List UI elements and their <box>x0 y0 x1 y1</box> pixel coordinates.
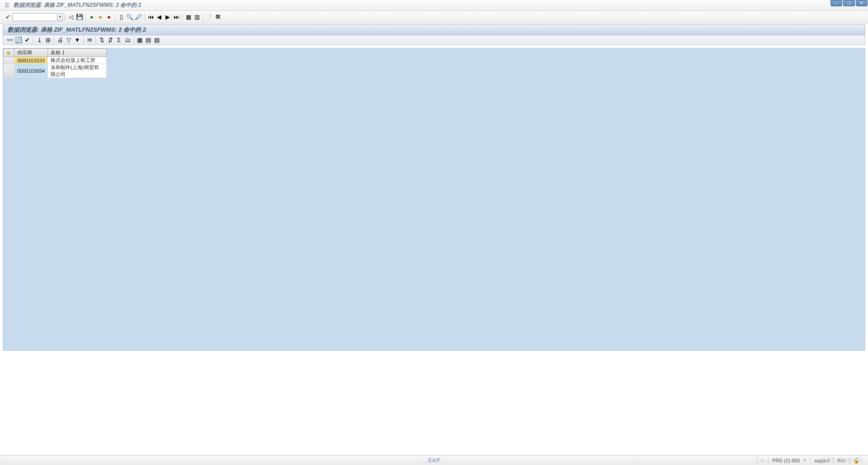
row-selector[interactable] <box>4 64 14 78</box>
filter-icon[interactable]: ▽ <box>65 36 73 44</box>
prev-page-icon[interactable]: ◀ <box>155 13 163 21</box>
status-system[interactable]: PRD (2) 800▼ <box>768 457 810 464</box>
data-table: 🗎 供应商 名称 1 0000101533 株式会社坂上铁工所 00001030… <box>3 48 107 78</box>
cell-supplier[interactable]: 0000101533 <box>14 57 48 64</box>
toolbar-separator <box>203 13 203 21</box>
enter-icon[interactable]: ✔ <box>4 13 12 21</box>
command-field-wrap: ▼ <box>12 13 63 21</box>
next-page-icon[interactable]: ▶ <box>164 13 172 21</box>
change-layout-icon[interactable]: ▤ <box>144 36 152 44</box>
total-icon[interactable]: Σ <box>115 36 123 44</box>
status-mode: INS <box>833 457 849 464</box>
export-icon[interactable]: ⤓ <box>35 36 43 44</box>
cancel-icon[interactable]: ● <box>105 13 113 21</box>
system-toolbar: ✔ ▼ ◁ 💾 ● ● ● ▯ 🔍 🔎 ⏮ ◀ ▶ ⏭ ▦ ▥ ❔ 🛠 <box>0 11 868 23</box>
status-system-text: PRD (2) 800 <box>772 458 800 463</box>
sap-logo: SAP <box>428 457 440 464</box>
cell-name1[interactable]: 东和制作(上海)商贸有限公司 <box>48 64 107 78</box>
new-session-icon[interactable]: ▦ <box>184 13 193 21</box>
select-all-cell[interactable]: 🗎 <box>4 49 14 57</box>
toolbar-separator <box>95 36 96 44</box>
window-title: 数据浏览器: 表格 ZIF_MATLFN2SFWMS: 2 命中的 2 <box>14 1 141 9</box>
table-row[interactable]: 0000103094 东和制作(上海)商贸有限公司 <box>4 64 107 78</box>
document-icon: 🗎 <box>6 50 11 56</box>
page-title: 数据浏览器: 表格 ZIF_MATLFN2SFWMS: 2 命中的 2 <box>8 26 146 34</box>
toolbar-separator <box>182 13 183 21</box>
command-field-dropdown[interactable]: ▼ <box>57 13 63 21</box>
print-list-icon[interactable]: 🖨 <box>56 36 64 44</box>
table-header-row: 🗎 供应商 名称 1 <box>4 49 107 57</box>
shortcut-icon[interactable]: ▥ <box>193 13 201 21</box>
find-next-icon[interactable]: 🔎 <box>134 13 142 21</box>
subtotal-icon[interactable]: 🗂 <box>123 36 132 44</box>
lock-icon: 🔒 <box>853 457 860 464</box>
last-page-icon[interactable]: ⏭ <box>172 13 180 21</box>
toolbar-separator <box>54 36 54 44</box>
toolbar-separator <box>133 36 134 44</box>
chevron-down-icon: ▼ <box>803 458 807 462</box>
close-button[interactable]: ✕ <box>856 0 868 6</box>
first-page-icon[interactable]: ⏮ <box>146 13 155 21</box>
table-row[interactable]: 0000101533 株式会社坂上铁工所 <box>4 57 107 64</box>
cell-supplier[interactable]: 0000103094 <box>14 64 48 78</box>
refresh-icon[interactable]: 🔄 <box>14 36 23 44</box>
command-field[interactable] <box>12 13 57 21</box>
status-expand[interactable]: ▷ <box>757 457 768 464</box>
window-titlebar: ☰ 数据浏览器: 表格 ZIF_MATLFN2SFWMS: 2 命中的 2 — … <box>0 0 868 11</box>
column-header-name1[interactable]: 名称 1 <box>48 49 107 57</box>
status-lock[interactable]: 🔒 <box>849 457 863 464</box>
find-icon[interactable]: 🔍 <box>126 13 134 21</box>
back-icon[interactable]: ◁ <box>67 13 75 21</box>
spreadsheet-icon[interactable]: ⊞ <box>44 36 52 44</box>
toolbar-separator <box>83 36 84 44</box>
help-icon[interactable]: ❔ <box>205 13 213 21</box>
maximize-button[interactable]: ▢ <box>843 0 855 6</box>
back-nav-icon[interactable]: ● <box>88 13 96 21</box>
save-icon[interactable]: 💾 <box>75 13 84 21</box>
glasses-icon[interactable]: 👓 <box>6 36 14 44</box>
toolbar-separator <box>115 13 115 21</box>
data-grid-area: 🗎 供应商 名称 1 0000101533 株式会社坂上铁工所 00001030… <box>3 48 865 351</box>
triangle-right-icon: ▷ <box>761 458 764 463</box>
sort-desc-icon[interactable]: ⇵ <box>106 36 114 44</box>
cell-name1[interactable]: 株式会社坂上铁工所 <box>48 57 107 64</box>
minimize-button[interactable]: — <box>830 0 842 6</box>
statusbar: SAP ▷ PRD (2) 800▼ sapprd INS 🔒 <box>0 455 868 465</box>
toolbar-separator <box>33 36 33 44</box>
mail-icon[interactable]: ✉ <box>85 36 94 44</box>
toolbar-separator <box>144 13 145 21</box>
sort-asc-icon[interactable]: ⇅ <box>98 36 106 44</box>
application-toolbar: 👓 🔄 ✔ ⤓ ⊞ 🖨 ▽ ▼ ✉ ⇅ ⇵ Σ 🗂 ▦ ▤ ▧ <box>3 35 865 45</box>
window-controls: — ▢ ✕ <box>830 0 868 8</box>
customize-icon[interactable]: 🛠 <box>214 13 222 21</box>
filter-delete-icon[interactable]: ▼ <box>73 36 81 44</box>
row-selector[interactable] <box>4 57 14 64</box>
print-icon[interactable]: ▯ <box>117 13 125 21</box>
toolbar-separator <box>65 13 65 21</box>
toolbar-separator <box>85 13 86 21</box>
layout-icon[interactable]: ▦ <box>136 36 144 44</box>
column-header-supplier[interactable]: 供应商 <box>14 49 48 57</box>
check-entries-icon[interactable]: ✔ <box>23 36 31 44</box>
page-header: 数据浏览器: 表格 ZIF_MATLFN2SFWMS: 2 命中的 2 <box>3 24 865 35</box>
save-layout-icon[interactable]: ▧ <box>153 36 161 44</box>
status-server: sapprd <box>810 457 833 464</box>
window-menu-icon[interactable]: ☰ <box>5 2 11 9</box>
exit-icon[interactable]: ● <box>96 13 104 21</box>
